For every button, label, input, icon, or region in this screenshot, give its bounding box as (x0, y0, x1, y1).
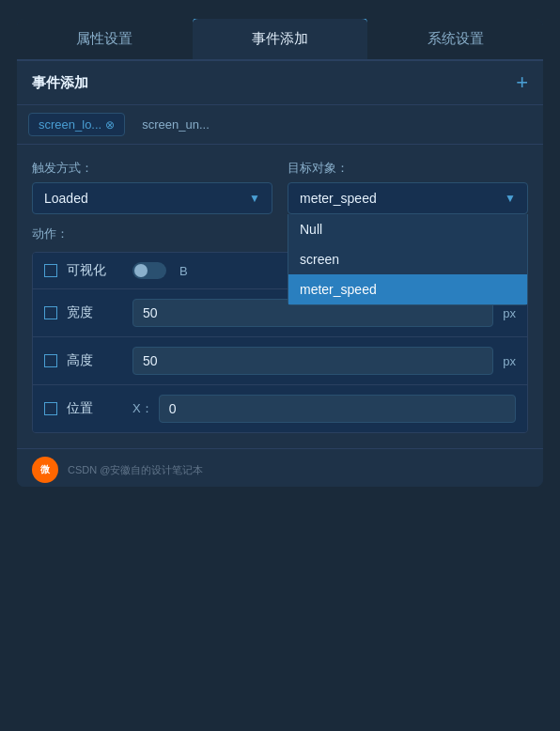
target-col: 目标对象： meter_speed ▼ Null screen meter_sp… (288, 160, 528, 214)
event-tab-screen-un[interactable]: screen_un... (132, 113, 219, 136)
target-label: 目标对象： (288, 160, 528, 177)
add-event-button[interactable]: + (516, 72, 528, 93)
watermark-area: 微 CSDN @安徽自的设计笔记本 (17, 448, 543, 487)
event-tab-bar: screen_lo... ⊗ screen_un... (17, 105, 543, 145)
watermark-text: CSDN @安徽自的设计笔记本 (68, 463, 203, 477)
visible-toggle[interactable] (132, 262, 166, 279)
position-checkbox[interactable] (44, 402, 57, 415)
section-title: 事件添加 (32, 74, 88, 92)
action-row-position: 位置 X： (33, 385, 527, 432)
trigger-dropdown[interactable]: Loaded ▼ (32, 182, 272, 214)
target-dropdown[interactable]: meter_speed ▼ (288, 182, 528, 214)
tab-system[interactable]: 系统设置 (367, 19, 543, 59)
target-dropdown-list: Null screen meter_speed (288, 214, 528, 305)
visible-label: 可视化 (67, 262, 123, 279)
height-unit: px (503, 354, 516, 368)
width-unit: px (503, 306, 516, 320)
target-dropdown-wrapper: meter_speed ▼ Null screen meter_speed (288, 182, 528, 214)
trigger-col: 触发方式： Loaded ▼ (32, 160, 272, 214)
event-tab-screen-lo[interactable]: screen_lo... ⊗ (28, 113, 125, 136)
event-tab-screen-lo-close[interactable]: ⊗ (105, 118, 115, 132)
target-chevron-icon: ▼ (505, 192, 516, 205)
top-tab-bar: 属性设置 事件添加 系统设置 (17, 19, 543, 61)
height-input[interactable] (132, 347, 493, 375)
visible-toggle-label: B (179, 264, 188, 278)
height-label: 高度 (67, 352, 123, 369)
x-label: X： (132, 400, 153, 417)
width-checkbox[interactable] (44, 306, 57, 319)
action-row-height: 高度 px (33, 337, 527, 385)
toggle-knob (134, 264, 148, 277)
position-label: 位置 (67, 400, 123, 417)
section-header: 事件添加 + (17, 61, 543, 105)
x-input[interactable] (159, 395, 516, 423)
tab-properties[interactable]: 属性设置 (17, 19, 193, 59)
trigger-target-row: 触发方式： Loaded ▼ 目标对象： meter_speed ▼ Null … (32, 160, 528, 214)
dropdown-option-screen[interactable]: screen (288, 244, 527, 274)
visible-checkbox[interactable] (44, 264, 57, 277)
trigger-chevron-icon: ▼ (249, 192, 260, 205)
target-value: meter_speed (300, 191, 377, 206)
dropdown-option-null[interactable]: Null (288, 214, 527, 244)
height-checkbox[interactable] (44, 354, 57, 367)
event-tab-screen-un-label: screen_un... (142, 117, 210, 132)
trigger-value: Loaded (44, 191, 88, 206)
x-row: X： (132, 395, 516, 423)
position-row-top: 位置 X： (44, 395, 516, 423)
trigger-label: 触发方式： (32, 160, 272, 177)
width-label: 宽度 (67, 304, 123, 321)
tab-events[interactable]: 事件添加 (193, 19, 368, 59)
content-area: 触发方式： Loaded ▼ 目标对象： meter_speed ▼ Null … (17, 145, 543, 448)
dropdown-option-meter-speed[interactable]: meter_speed (288, 274, 527, 304)
watermark-logo: 微 (32, 457, 58, 483)
event-tab-screen-lo-label: screen_lo... (39, 117, 101, 132)
